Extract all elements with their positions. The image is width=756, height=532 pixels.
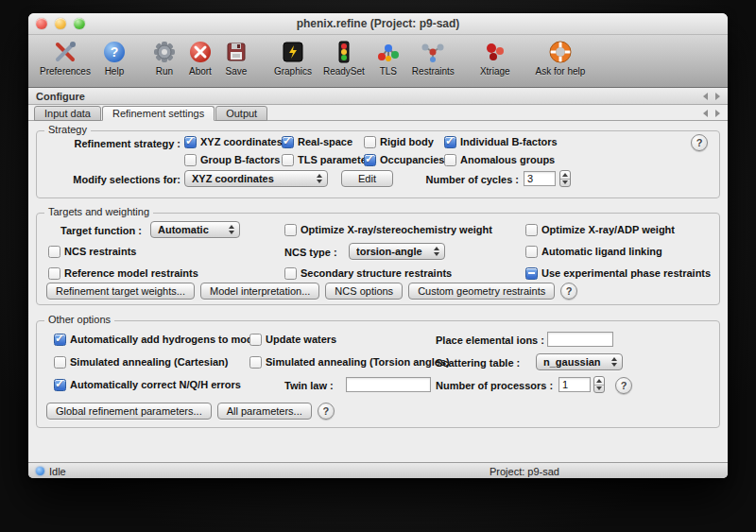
project-label: Project: p9-sad [490,466,559,477]
strategy-help-button[interactable] [691,134,708,151]
checkbox-box [249,334,262,346]
toolbar-label: Help [105,66,125,77]
custom-geometry-restraints-button[interactable]: Custom geometry restraints [408,283,555,300]
checkbox-update-waters[interactable]: Update waters [249,333,336,346]
checkbox-label: Automatic ligand linking [541,246,662,257]
checkbox-xyz-coordinates[interactable]: XYZ coordinates [184,135,283,148]
titlebar[interactable]: phenix.refine (Project: p9-sad) [28,13,728,35]
tab-input-data[interactable]: Input data [34,106,101,121]
minimize-button[interactable] [55,18,66,29]
number-of-processors-input[interactable] [558,377,591,392]
dropdown-arrows-icon [317,174,322,183]
checkbox-box [525,246,538,258]
number-of-cycles-input[interactable] [524,171,556,186]
preferences-icon [53,39,77,65]
checkbox-automatic-ligand-linking[interactable]: Automatic ligand linking [525,245,662,258]
dropdown-arrows-icon [434,247,439,256]
button-label: Global refinement parameters... [56,405,202,417]
checkbox-correct-nqh-errors[interactable]: Automatically correct N/Q/H errors [54,378,241,391]
toolbar-graphics[interactable]: Graphics [268,39,318,77]
all-parameters-button[interactable]: All parameters... [217,403,312,420]
toolbar-label: Preferences [40,66,91,77]
place-elemental-ions-label: Place elemental ions : [436,335,544,346]
checkbox-reference-model-restraints[interactable]: Reference model restraints [48,266,198,280]
processors-help-button[interactable] [615,377,632,394]
toolbar: Preferences ? Help Run Abort Save [28,35,728,88]
checkbox-occupancies[interactable]: Occupancies [364,153,444,166]
checkbox-real-space[interactable]: Real-space [282,135,352,148]
checkbox-group-b-factors[interactable]: Group B-factors [184,153,280,166]
checkbox-box [282,136,294,148]
checkbox-ncs-restraints[interactable]: NCS restraints [48,245,136,258]
checkbox-box [444,136,456,148]
other-help-button[interactable] [318,403,335,420]
place-elemental-ions-input[interactable] [547,332,613,347]
other-options-group: Other options Automatically add hydrogen… [36,320,720,428]
edit-button[interactable]: Edit [341,170,393,187]
tab-output[interactable]: Output [215,106,267,121]
checkbox-label: Group B-factors [200,154,280,165]
zoom-button[interactable] [74,18,85,29]
checkbox-label: Real-space [298,136,352,147]
scroll-left-icon[interactable] [703,93,708,100]
stepper-down-icon[interactable] [560,180,570,187]
toolbar-tls[interactable]: TLS [370,39,406,77]
checkbox-use-experimental-phase-restraints[interactable]: Use experimental phase restraints [525,266,711,280]
model-interpretation-button[interactable]: Model interpretation... [200,283,319,300]
ncs-type-dropdown[interactable]: torsion-angle [349,243,445,260]
tab-refinement-settings[interactable]: Refinement settings [102,106,215,121]
toolbar-readyset[interactable]: ReadySet [318,39,370,77]
stepper-up-icon[interactable] [560,171,570,180]
checkbox-box [249,356,262,369]
toolbar-save[interactable]: Save [218,39,254,77]
checkbox-box [525,267,538,280]
toolbar-abort[interactable]: Abort [182,39,218,77]
tab-scroll-right-icon[interactable] [715,110,720,117]
targets-help-button[interactable] [560,283,577,300]
checkbox-box [48,267,60,280]
modify-selections-dropdown[interactable]: XYZ coordinates [184,170,328,187]
tab-label: Input data [44,108,91,119]
run-icon [152,39,177,65]
modify-selections-label: Modify selections for: [56,174,180,185]
close-button[interactable] [36,18,47,29]
group-title: Other options [44,314,114,325]
toolbar-label: Save [226,66,248,77]
checkbox-add-hydrogens[interactable]: Automatically add hydrogens to model [54,333,262,346]
toolbar-preferences[interactable]: Preferences [34,39,96,77]
checkbox-optimize-xray-stereochemistry-weight[interactable]: Optimize X-ray/stereochemistry weight [284,223,492,236]
toolbar-label: Graphics [274,66,312,77]
tab-scroll-left-icon[interactable] [703,110,708,117]
app-window: phenix.refine (Project: p9-sad) Preferen… [28,13,728,478]
checkbox-tls-parameters[interactable]: TLS parameters [282,153,376,166]
toolbar-run[interactable]: Run [146,39,182,77]
toolbar-ask-for-help[interactable]: Ask for help [530,39,592,77]
ncs-options-button[interactable]: NCS options [325,283,403,300]
stepper-up-icon[interactable] [594,377,604,386]
checkbox-secondary-structure-restraints[interactable]: Secondary structure restraints [284,266,452,280]
checkbox-box [54,356,66,369]
toolbar-restraints[interactable]: Restraints [406,39,460,77]
toolbar-label: ReadySet [323,66,365,77]
target-function-dropdown[interactable]: Automatic [150,221,240,238]
toolbar-help[interactable]: ? Help [96,39,132,77]
global-refinement-parameters-button[interactable]: Global refinement parameters... [46,403,212,420]
stepper-down-icon[interactable] [594,386,604,393]
twin-law-input[interactable] [346,377,431,392]
tab-label: Output [226,108,257,119]
checkbox-anomalous-groups[interactable]: Anomalous groups [444,153,555,166]
checkbox-label: Rigid body [380,136,434,147]
button-label: Custom geometry restraints [418,285,545,297]
number-of-cycles-stepper[interactable] [559,170,571,187]
checkbox-simulated-annealing-cartesian[interactable]: Simulated annealing (Cartesian) [54,355,228,369]
checkbox-optimize-xray-adp-weight[interactable]: Optimize X-ray/ADP weight [525,223,675,236]
number-of-processors-stepper[interactable] [593,376,605,393]
checkbox-simulated-annealing-torsion[interactable]: Simulated annealing (Torsion angles) [249,355,450,369]
scroll-right-icon[interactable] [715,93,720,100]
checkbox-individual-b-factors[interactable]: Individual B-factors [444,135,558,148]
refinement-target-weights-button[interactable]: Refinement target weights... [46,283,195,300]
tls-icon [376,39,401,65]
toolbar-xtriage[interactable]: Xtriage [474,39,516,77]
scattering-table-dropdown[interactable]: n_gaussian [536,353,623,370]
checkbox-rigid-body[interactable]: Rigid body [364,135,434,148]
